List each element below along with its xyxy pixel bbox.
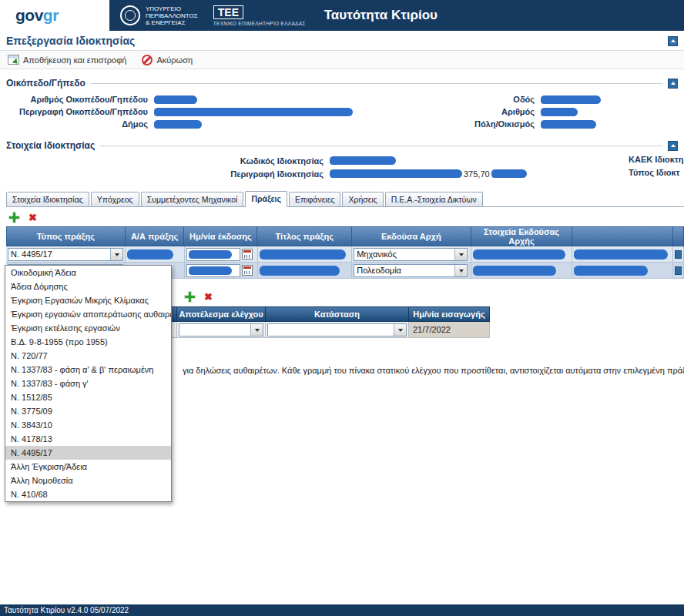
dropdown-option[interactable]: Έγκριση εκτέλεσης εργασιών — [5, 321, 171, 335]
dropdown-option[interactable]: Έγκριση Εργασιών Μικρής Κλίμακας — [5, 293, 171, 307]
cell-authority-details — [471, 263, 573, 279]
column-header-status[interactable]: Κατάσταση — [266, 306, 409, 322]
redacted-value — [330, 156, 396, 165]
field-row: Περιγραφή Οικοπέδου/Γηπέδου — [0, 105, 368, 118]
tab-pea-networks[interactable]: Π.Ε.Α.-Στοιχεία Δικτύων — [385, 192, 483, 206]
plot-section-header: Οικόπεδο/Γήπεδο — [0, 76, 684, 90]
field-label-property-code: Κωδικός Ιδιοκτησίας — [0, 156, 330, 166]
field-row: Περιγραφή Ιδιοκτησίας 375,70 Τύπος Ιδιοκ… — [0, 167, 684, 180]
tab-obligor[interactable]: Υπόχρεος — [91, 192, 139, 206]
redacted-value — [330, 169, 462, 178]
column-header-act-type[interactable]: Τύπος πράξης — [6, 226, 126, 246]
field-row: Οδός — [368, 93, 684, 105]
cell-issue-date — [185, 263, 258, 279]
column-header-check-result[interactable]: Αποτέλεσμα ελέγχου — [177, 306, 266, 322]
collapse-page-button[interactable] — [668, 36, 678, 46]
save-return-button[interactable]: Αποθήκευση και επιστροφή — [8, 55, 126, 65]
add-row-button[interactable] — [9, 213, 19, 223]
calendar-icon[interactable] — [242, 249, 253, 259]
field-row: Αριθμός — [368, 105, 684, 118]
dropdown-option[interactable]: Έγκριση εργασιών αποπεράτωσης αυθαιρέτου — [5, 307, 171, 321]
dropdown-option[interactable]: Οικοδομική Άδεια — [5, 266, 171, 280]
cell-act-type: Ν. 4495/17 — [6, 246, 126, 263]
collapse-property-section-button[interactable] — [668, 141, 678, 151]
check-result-select[interactable] — [179, 323, 263, 336]
add-row-button[interactable] — [185, 292, 195, 302]
act-type-select[interactable]: Ν. 4495/17 — [8, 248, 123, 261]
divider — [100, 146, 662, 146]
footer-version-text: Ταυτότητα Κτιρίου v2.4.0 05/07/2022 — [4, 606, 129, 614]
row-action-button[interactable] — [675, 266, 682, 275]
tab-uses[interactable]: Χρήσεις — [342, 192, 383, 206]
issuing-authority-select-value: Πολεοδομία — [354, 266, 454, 275]
dropdown-option[interactable]: Άλλη Έγκριση/Άδεια — [5, 460, 171, 474]
cancel-button[interactable]: Ακύρωση — [142, 55, 193, 65]
dropdown-option-selected[interactable]: Ν. 4495/17 — [5, 446, 171, 460]
chevron-down-icon[interactable] — [454, 265, 467, 276]
cancel-icon — [142, 55, 153, 65]
column-header-issue-date[interactable]: Ημ/νία έκδοσης — [184, 226, 257, 246]
dropdown-option[interactable]: Ν. 4178/13 — [5, 432, 171, 446]
column-header-extra[interactable] — [572, 226, 673, 246]
chevron-down-icon[interactable] — [394, 324, 406, 336]
ministry-line2: ΠΕΡΙΒΑΛΛΟΝΤΟΣ — [146, 12, 198, 19]
issuing-authority-select[interactable]: Μηχανικός — [354, 248, 468, 261]
tee-subtitle: ΤΕΧΝΙΚΟ ΕΠΙΜΕΛΗΤΗΡΙΟ ΕΛΛΑΔΑΣ — [213, 21, 306, 26]
cell-check-result — [177, 322, 266, 338]
field-label-plot-description: Περιγραφή Οικοπέδου/Γηπέδου — [0, 107, 154, 116]
column-header-authority-details[interactable]: Στοιχεία Εκδούσας Αρχής — [471, 226, 573, 246]
page-title: Επεξεργασία Ιδιοκτησίας — [6, 35, 135, 47]
info-text: για δηλώσεις αυθαιρέτων. Κάθε γραμμή του… — [183, 366, 684, 375]
dropdown-option[interactable]: Ν. 1512/85 — [5, 390, 171, 404]
delete-row-button[interactable]: ✖ — [204, 292, 213, 302]
field-row: Κωδικός Ιδιοκτησίας ΚΑΕΚ Ιδιοκτη — [0, 154, 684, 167]
tab-property-details[interactable]: Στοιχεία Ιδιοκτησίας — [6, 192, 89, 206]
field-label-city: Πόλη/Οικισμός — [368, 119, 541, 129]
dropdown-option[interactable]: Ν. 3843/10 — [5, 418, 171, 432]
dropdown-option[interactable]: Ν. 3775/09 — [5, 404, 171, 418]
govgr-gov-text: gov — [15, 6, 43, 24]
column-header-act-number[interactable]: Α/Α πράξης — [126, 226, 185, 246]
dropdown-option[interactable]: Άλλη Νομοθεσία — [5, 474, 171, 487]
field-label-street: Οδός — [368, 95, 541, 104]
issuing-authority-select[interactable]: Πολεοδομία — [354, 264, 468, 277]
chevron-down-icon[interactable] — [110, 249, 122, 260]
redacted-value — [473, 266, 556, 276]
dropdown-option[interactable]: Ν. 1337/83 - φάση γ' — [5, 377, 171, 390]
dropdown-option[interactable]: Β.Δ. 9-8-1955 (προ 1955) — [5, 335, 171, 349]
redacted-value — [473, 249, 565, 259]
collapse-plot-section-button[interactable] — [668, 79, 678, 89]
property-section-title: Στοιχεία Ιδιοκτησίας — [6, 140, 95, 151]
column-header-act-title[interactable]: Τίτλος πράξης — [257, 226, 352, 246]
status-select[interactable] — [267, 323, 407, 336]
checks-table-toolbar: ✖ — [185, 291, 684, 302]
acts-table-toolbar: ✖ — [9, 212, 684, 223]
delete-row-button[interactable]: ✖ — [28, 213, 37, 223]
calendar-icon[interactable] — [242, 265, 253, 276]
acts-table-row: Ν. 4495/17 Μηχανικός — [6, 246, 684, 263]
tee-logo: ΤΕΕ — [213, 5, 243, 19]
issue-date-input[interactable] — [186, 248, 240, 261]
dropdown-option[interactable]: Ν. 1337/83 - φάση α' & β' περαιωμένη — [5, 363, 171, 377]
tab-acts[interactable]: Πράξεις — [245, 191, 287, 207]
field-label-property-type: Τύπος Ιδιοκτ — [629, 168, 679, 177]
dropdown-option[interactable]: Άδεια Δόμησης — [5, 280, 171, 293]
redacted-value — [541, 120, 596, 129]
ministry-name: ΥΠΟΥΡΓΕΙΟ ΠΕΡΙΒΑΛΛΟΝΤΟΣ & ΕΝΕΡΓΕΙΑΣ — [146, 5, 198, 26]
issue-date-input[interactable] — [186, 264, 240, 277]
chevron-down-icon[interactable] — [250, 324, 263, 336]
tab-surfaces[interactable]: Επιφάνειες — [289, 192, 340, 206]
dropdown-option[interactable]: Ν. 720/77 — [5, 349, 171, 363]
field-row: Αριθμός Οικοπέδου/Γηπέδου — [0, 93, 368, 105]
chevron-down-icon[interactable] — [454, 249, 467, 260]
ministry-logo-icon — [120, 5, 140, 25]
tab-bar: Στοιχεία Ιδιοκτησίας Υπόχρεος Συμμετέχον… — [6, 191, 684, 207]
govgr-logo-text: govgr — [15, 6, 59, 25]
column-header-issuing-authority[interactable]: Εκδούσα Αρχή — [352, 226, 471, 246]
tab-participating-engineers[interactable]: Συμμετέχοντες Μηχανικοί — [141, 192, 244, 206]
cell-issuing-authority: Πολεοδομία — [352, 263, 471, 279]
issuing-authority-select-value: Μηχανικός — [354, 249, 454, 259]
row-action-button[interactable] — [675, 250, 682, 259]
dropdown-option[interactable]: Ν. 410/68 — [5, 487, 171, 501]
column-header-insert-date[interactable]: Ημ/νία εισαγωγής — [409, 306, 490, 322]
